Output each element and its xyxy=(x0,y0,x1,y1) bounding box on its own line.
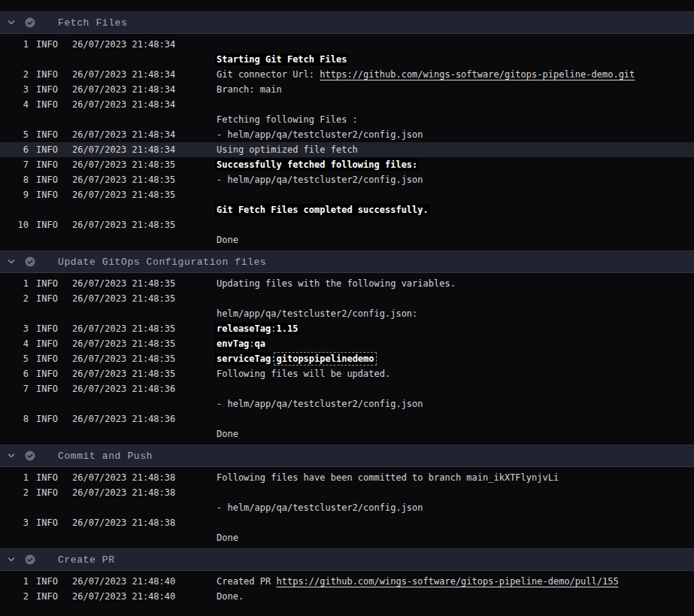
log-text-segment: Git connector Url: xyxy=(217,69,320,80)
log-message-line: Following files have been committed to b… xyxy=(217,470,694,485)
log-text-segment: releaseTag xyxy=(215,323,272,335)
log-section-1: Fetch Files 1INFO26/07/2023 21:48:34 Sta… xyxy=(0,11,694,250)
log-level: INFO xyxy=(36,381,72,396)
log-message: Done xyxy=(217,515,694,545)
log-level: INFO xyxy=(36,37,72,52)
log-row[interactable]: 8INFO26/07/2023 21:48:35- helm/app/qa/te… xyxy=(0,172,694,187)
chevron-down-icon[interactable] xyxy=(6,554,17,565)
log-row[interactable]: 1INFO26/07/2023 21:48:38Following files … xyxy=(0,470,694,485)
line-number: 1 xyxy=(0,574,29,589)
log-message-line: Using optimized file fetch xyxy=(217,142,694,157)
line-number: 4 xyxy=(0,97,29,112)
section-header[interactable]: Create PR xyxy=(0,548,694,571)
section-rows: 1INFO26/07/2023 21:48:34 Starting Git Fe… xyxy=(0,34,694,250)
log-text-segment: Starting Git Fetch Files xyxy=(215,53,348,65)
log-message-line: helm/app/qa/testcluster2/config.json: xyxy=(217,306,694,321)
log-text-segment: Following files will be updated. xyxy=(217,369,390,379)
log-message: Done xyxy=(217,411,694,442)
line-number: 3 xyxy=(0,82,29,97)
section-title: Update GitOps Configuration files xyxy=(58,256,266,268)
log-message-line: Starting Git Fetch Files xyxy=(217,52,694,67)
log-level: INFO xyxy=(36,67,72,82)
line-number: 5 xyxy=(0,351,29,366)
log-message-line xyxy=(217,381,694,396)
log-message: Created PR https://github.com/wings-soft… xyxy=(217,574,694,589)
log-message-line: Done xyxy=(217,232,694,247)
log-message: Successfully fetched following files: xyxy=(217,157,694,172)
log-row[interactable]: 2INFO26/07/2023 21:48:34Git connector Ur… xyxy=(0,67,694,82)
log-row[interactable]: 10INFO26/07/2023 21:48:35 Done xyxy=(0,217,694,247)
log-row[interactable]: 5INFO26/07/2023 21:48:35serviceTag:gitop… xyxy=(0,351,694,366)
log-row[interactable]: 3INFO26/07/2023 21:48:34Branch: main xyxy=(0,82,694,97)
log-row[interactable]: 2INFO26/07/2023 21:48:35 helm/app/qa/tes… xyxy=(0,291,694,321)
section-title: Fetch Files xyxy=(58,17,127,29)
log-message-line xyxy=(217,37,694,52)
section-title: Commit and Push xyxy=(58,451,153,462)
log-row[interactable]: 7INFO26/07/2023 21:48:36 - helm/app/qa/t… xyxy=(0,381,694,411)
log-row[interactable]: 4INFO26/07/2023 21:48:35envTag:qa xyxy=(0,336,694,351)
log-message: - helm/app/qa/testcluster2/config.json xyxy=(217,127,694,142)
log-message: serviceTag:gitopspipelinedemo xyxy=(217,351,694,366)
sections: Fetch Files 1INFO26/07/2023 21:48:34 Sta… xyxy=(0,11,694,607)
log-timestamp: 26/07/2023 21:48:35 xyxy=(72,172,217,187)
section-header[interactable]: Update GitOps Configuration files xyxy=(0,250,694,273)
log-section-4: Create PR 1INFO26/07/2023 21:48:40Create… xyxy=(0,548,694,607)
check-circle-icon xyxy=(25,256,35,267)
log-text-segment: - helm/app/qa/testcluster2/config.json xyxy=(217,174,423,185)
log-text-segment: Branch: main xyxy=(217,84,282,95)
log-timestamp: 26/07/2023 21:48:36 xyxy=(72,381,217,396)
line-number: 1 xyxy=(0,276,29,291)
log-level: INFO xyxy=(36,97,72,112)
log-row[interactable]: 2INFO26/07/2023 21:48:38 - helm/app/qa/t… xyxy=(0,485,694,515)
log-text-segment: Done xyxy=(217,235,238,245)
log-row[interactable]: 7INFO26/07/2023 21:48:35Successfully fet… xyxy=(0,157,694,172)
log-row[interactable]: 1INFO26/07/2023 21:48:35Updating files w… xyxy=(0,276,694,291)
line-number: 4 xyxy=(0,336,29,351)
log-message-line: - helm/app/qa/testcluster2/config.json xyxy=(217,500,694,515)
log-message: Done xyxy=(217,217,694,247)
log-timestamp: 26/07/2023 21:48:35 xyxy=(72,187,217,202)
line-number: 10 xyxy=(0,217,29,232)
log-message-line xyxy=(217,411,694,426)
log-timestamp: 26/07/2023 21:48:35 xyxy=(72,217,217,232)
line-number: 2 xyxy=(0,485,29,500)
chevron-down-icon[interactable] xyxy=(6,256,17,267)
log-level: INFO xyxy=(36,366,72,381)
log-text-segment: Done xyxy=(217,533,238,543)
line-number: 3 xyxy=(0,321,29,336)
log-row[interactable]: 8INFO26/07/2023 21:48:36 Done xyxy=(0,411,694,442)
section-rows: 1INFO26/07/2023 21:48:35Updating files w… xyxy=(0,273,694,445)
log-message: envTag:qa xyxy=(217,336,694,351)
log-message: Starting Git Fetch Files xyxy=(217,37,694,67)
log-timestamp: 26/07/2023 21:48:34 xyxy=(72,127,217,142)
chevron-down-icon[interactable] xyxy=(6,17,17,28)
log-message: Following files will be updated. xyxy=(217,366,694,381)
log-row[interactable]: 4INFO26/07/2023 21:48:34 Fetching follow… xyxy=(0,97,694,127)
log-message-line: releaseTag:1.15 xyxy=(217,321,694,336)
log-row[interactable]: 1INFO26/07/2023 21:48:40Created PR https… xyxy=(0,574,694,589)
log-row[interactable]: 3INFO26/07/2023 21:48:35releaseTag:1.15 xyxy=(0,321,694,336)
log-message-line: Git connector Url: https://github.com/wi… xyxy=(217,67,694,82)
log-message-line: Git Fetch Files completed successfully. xyxy=(217,202,694,217)
section-header[interactable]: Fetch Files xyxy=(0,11,694,34)
section-header[interactable]: Commit and Push xyxy=(0,445,694,467)
log-row[interactable]: 5INFO26/07/2023 21:48:34- helm/app/qa/te… xyxy=(0,127,694,142)
log-link[interactable]: https://github.com/wings-software/gitops… xyxy=(320,69,635,80)
log-message-line: Done xyxy=(217,426,694,442)
log-viewer: Fetch Files 1INFO26/07/2023 21:48:34 Sta… xyxy=(0,0,694,616)
log-row[interactable]: 6INFO26/07/2023 21:48:35Following files … xyxy=(0,366,694,381)
log-message-line: Branch: main xyxy=(217,82,694,97)
log-timestamp: 26/07/2023 21:48:38 xyxy=(72,485,217,500)
log-row[interactable]: 1INFO26/07/2023 21:48:34 Starting Git Fe… xyxy=(0,37,694,67)
log-text-segment: - helm/app/qa/testcluster2/config.json xyxy=(217,399,423,409)
log-link[interactable]: https://github.com/wings-software/gitops… xyxy=(276,576,618,587)
chevron-down-icon[interactable] xyxy=(6,451,17,461)
log-text-segment: Done. xyxy=(217,591,244,602)
log-row[interactable]: 3INFO26/07/2023 21:48:38 Done xyxy=(0,515,694,545)
log-row[interactable]: 6INFO26/07/2023 21:48:34Using optimized … xyxy=(0,142,694,157)
log-text-segment: Git Fetch Files completed successfully. xyxy=(215,204,430,216)
section-title: Create PR xyxy=(58,554,115,566)
log-level: INFO xyxy=(36,515,72,530)
log-row[interactable]: 9INFO26/07/2023 21:48:35 Git Fetch Files… xyxy=(0,187,694,217)
log-row[interactable]: 2INFO26/07/2023 21:48:40Done. xyxy=(0,589,694,604)
